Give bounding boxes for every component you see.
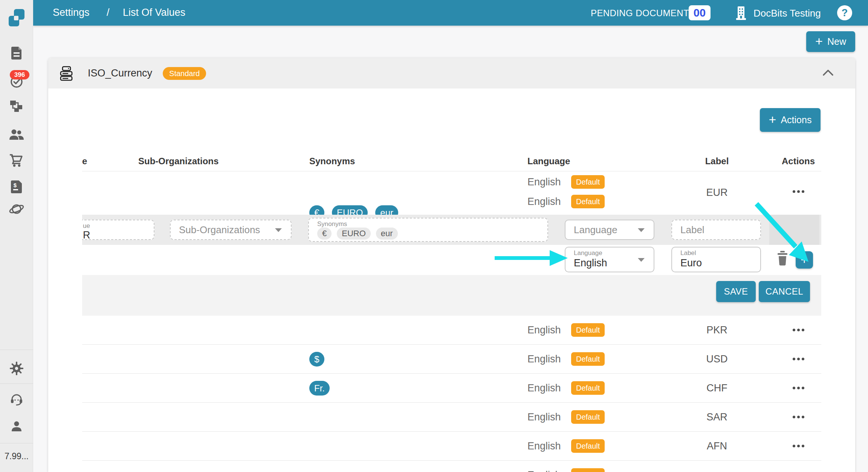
language-value: English bbox=[527, 196, 561, 208]
label-field-value: Euro bbox=[680, 257, 702, 269]
language-value: English bbox=[527, 469, 561, 472]
sidebar: 396 bbox=[0, 0, 33, 472]
column-header-synonyms: Synonyms bbox=[309, 156, 355, 166]
default-badge: Default bbox=[571, 439, 605, 453]
sub-organizations-dropdown[interactable]: Sub-Organizations bbox=[170, 220, 292, 240]
table-row-eur: € EURO eur English Default English Defau… bbox=[82, 171, 821, 215]
column-header-value: e bbox=[82, 156, 87, 166]
pending-documents-count: 00 bbox=[689, 5, 711, 20]
new-language-row: Language English Label Euro + bbox=[82, 245, 821, 275]
chevron-down-icon bbox=[638, 258, 645, 262]
language-value: English bbox=[527, 176, 561, 188]
organization-icon bbox=[735, 6, 747, 21]
sidebar-item-integrations[interactable] bbox=[0, 202, 33, 216]
row-actions-area bbox=[769, 215, 819, 245]
more-actions-icon[interactable] bbox=[778, 358, 819, 360]
table-row: English Default AFN bbox=[82, 432, 821, 461]
label-input[interactable]: Label bbox=[671, 220, 761, 240]
label-value: PKR bbox=[696, 324, 738, 336]
synonym-chip: $ bbox=[309, 352, 324, 367]
card-header[interactable]: ISO_Currency Standard bbox=[48, 58, 855, 89]
help-icon[interactable]: ? bbox=[837, 5, 852, 20]
column-header-sub-organizations: Sub-Organizations bbox=[138, 156, 219, 166]
language-value: English bbox=[527, 382, 561, 394]
sidebar-item-users[interactable] bbox=[0, 128, 33, 141]
more-actions-icon[interactable] bbox=[778, 329, 819, 331]
table-viewport: e Sub-Organizations Synonyms Language La… bbox=[82, 151, 821, 472]
table-rows: English Default PKR $ English Default US… bbox=[82, 316, 821, 472]
label-input-euro[interactable]: Label Euro bbox=[671, 247, 761, 272]
default-badge: Default bbox=[571, 410, 605, 424]
synonym-chip: Fr. bbox=[309, 381, 330, 396]
synonyms-input[interactable]: Synonyms € EURO eur bbox=[308, 218, 548, 242]
synonym-chip: € bbox=[317, 228, 332, 240]
table-row: English Default bbox=[82, 461, 821, 472]
sidebar-item-documents[interactable] bbox=[0, 46, 33, 60]
breadcrumb-settings[interactable]: Settings bbox=[53, 7, 90, 18]
label-field-label: Label bbox=[680, 249, 696, 257]
card-title: ISO_Currency bbox=[88, 67, 152, 79]
actions-button-label: Actions bbox=[781, 115, 811, 125]
svg-text:$: $ bbox=[14, 182, 17, 188]
value-input-text: R bbox=[83, 229, 90, 241]
language-dropdown-english[interactable]: Language English bbox=[565, 247, 654, 272]
save-button[interactable]: SAVE bbox=[716, 281, 756, 302]
sidebar-item-workflow[interactable] bbox=[0, 99, 33, 113]
sub-organizations-placeholder: Sub-Organizations bbox=[179, 224, 260, 236]
plus-icon: + bbox=[815, 35, 823, 47]
label-value: EUR bbox=[696, 187, 738, 199]
language-value: English bbox=[527, 440, 561, 452]
actions-button[interactable]: + Actions bbox=[760, 108, 821, 132]
default-badge: Default bbox=[571, 381, 605, 395]
new-button[interactable]: + New bbox=[806, 31, 855, 52]
sidebar-item-purchasing[interactable] bbox=[0, 154, 33, 167]
sidebar-item-support[interactable] bbox=[0, 392, 33, 407]
table-row: English Default SAR bbox=[82, 403, 821, 432]
delete-icon[interactable] bbox=[776, 251, 789, 266]
organization-name[interactable]: DocBits Testing bbox=[753, 8, 821, 19]
language-value: English bbox=[527, 353, 561, 365]
sidebar-footer-text: 7.99... bbox=[0, 451, 33, 461]
add-language-button[interactable]: + bbox=[796, 251, 813, 269]
label-placeholder: Label bbox=[680, 224, 704, 236]
more-actions-icon[interactable] bbox=[778, 387, 819, 390]
standard-badge: Standard bbox=[163, 67, 206, 80]
save-cancel-band: SAVE CANCEL bbox=[82, 275, 821, 316]
plus-icon: + bbox=[769, 113, 776, 126]
label-value: AFN bbox=[696, 440, 738, 452]
language-placeholder: Language bbox=[574, 224, 617, 236]
docbits-logo[interactable] bbox=[0, 8, 33, 27]
sidebar-item-settings[interactable] bbox=[0, 361, 33, 376]
more-actions-icon[interactable] bbox=[778, 190, 819, 193]
sidebar-divider bbox=[0, 383, 33, 384]
cancel-button[interactable]: CANCEL bbox=[759, 281, 810, 302]
synonym-chips: € EURO eur bbox=[317, 228, 398, 240]
chevron-down-icon bbox=[275, 228, 282, 232]
sidebar-divider bbox=[0, 443, 33, 443]
default-badge: Default bbox=[571, 352, 605, 366]
breadcrumb-current[interactable]: List Of Values bbox=[123, 7, 185, 18]
table-row: $ English Default USD bbox=[82, 345, 821, 374]
label-value: CHF bbox=[696, 382, 738, 394]
collapse-icon[interactable] bbox=[822, 69, 834, 76]
value-input-label: ue bbox=[83, 222, 90, 230]
table-row: English Default PKR bbox=[82, 316, 821, 345]
sidebar-item-profile[interactable] bbox=[0, 420, 33, 433]
value-input[interactable]: ue R bbox=[82, 220, 154, 240]
synonym-chip: eur bbox=[376, 228, 398, 240]
iso-currency-card: ISO_Currency Standard + Actions e Sub-Or… bbox=[48, 58, 855, 472]
label-value: USD bbox=[696, 353, 738, 365]
table-row: Fr. English Default CHF bbox=[82, 374, 821, 403]
top-bar: Settings / List Of Values PENDING DOCUME… bbox=[33, 0, 868, 26]
more-actions-icon[interactable] bbox=[778, 445, 819, 448]
new-button-label: New bbox=[827, 36, 846, 47]
default-badge: Default bbox=[571, 195, 605, 208]
more-actions-icon[interactable] bbox=[778, 416, 819, 419]
language-dropdown[interactable]: Language bbox=[565, 220, 654, 240]
table-header-row: e Sub-Organizations Synonyms Language La… bbox=[82, 151, 821, 171]
pending-documents-label: PENDING DOCUMENTS: bbox=[591, 8, 698, 18]
language-value: English bbox=[527, 324, 561, 336]
sidebar-item-invoices[interactable]: $ bbox=[0, 180, 33, 194]
language-field-value: English bbox=[574, 257, 607, 269]
language-field-label: Language bbox=[574, 249, 602, 257]
